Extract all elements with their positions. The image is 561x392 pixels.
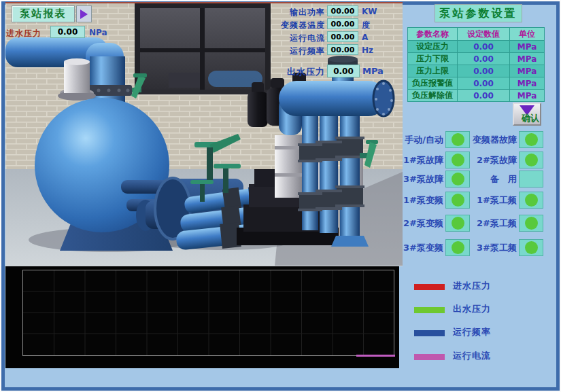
running-current-unit: A <box>362 33 368 42</box>
param-value-input[interactable]: 0.00 <box>458 53 510 65</box>
trend-chart-plot <box>22 270 394 356</box>
running-current-value: 00.00 <box>327 31 358 42</box>
status-lamp-pump1-mains <box>519 192 543 209</box>
status-label-auto-manual: 手动/自动 <box>373 134 443 146</box>
table-row: 负压解除值 0.00 MPa <box>408 90 545 102</box>
report-nav-button[interactable] <box>76 5 92 22</box>
inverter-temp-unit: 度 <box>362 20 370 31</box>
status-lamp-pump2-fault <box>519 152 543 168</box>
output-power-unit: KW <box>362 7 377 16</box>
trend-grid <box>23 270 394 355</box>
green-lamp-icon <box>525 194 538 207</box>
param-name: 设定压力 <box>408 41 458 53</box>
inverter-temp-label: 变频器温度 <box>250 20 325 31</box>
param-name: 压力下限 <box>408 53 458 65</box>
param-value-input[interactable]: 0.00 <box>458 65 510 77</box>
status-lamp-pump3-mains <box>519 239 543 256</box>
outlet-pressure-unit: MPa <box>362 66 384 76</box>
status-lamp-pump2-mains <box>519 215 543 232</box>
green-lamp-icon <box>525 154 538 166</box>
param-unit: MPa <box>510 53 545 65</box>
table-row: 压力下限 0.00 MPa <box>408 53 545 65</box>
confirm-button[interactable]: 确认 <box>513 103 541 126</box>
status-label-pump1-vfd: 1#泵变频 <box>373 194 443 207</box>
running-frequency-label: 运行频率 <box>250 46 325 57</box>
status-lamp-vfd-fault <box>519 131 543 148</box>
inlet-pressure-value: 0.00 <box>50 26 85 38</box>
green-lamp-icon <box>525 217 538 230</box>
table-row: 负压报警值 0.00 MPa <box>408 77 545 90</box>
legend-label-current: 运行电流 <box>453 350 491 362</box>
discharge-risers <box>298 108 369 247</box>
running-frequency-unit: Hz <box>362 46 373 55</box>
status-label-pump1-fault: 1#泵故障 <box>373 154 443 166</box>
settings-header-row: 参数名称 设定数值 单位 <box>408 28 545 41</box>
inlet-pressure-label: 进水压力 <box>6 28 41 39</box>
legend-label-outlet-pressure: 出水压力 <box>453 303 491 315</box>
confirm-button-label: 确认 <box>522 112 539 124</box>
status-label-pump1-mains: 1#泵工频 <box>446 194 517 207</box>
legend-label-inlet-pressure: 进水压力 <box>453 280 491 292</box>
inverter-temp-value: 00.00 <box>327 18 358 29</box>
header-set-value: 设定数值 <box>458 28 510 41</box>
status-label-pump3-mains: 3#泵工频 <box>446 242 517 254</box>
settings-panel-title: 泵站参数设置 <box>435 4 522 22</box>
legend-swatch-inlet-pressure <box>414 284 445 290</box>
legend-label-frequency: 运行频率 <box>453 326 491 338</box>
param-value-input[interactable]: 0.00 <box>458 90 510 102</box>
param-unit: MPa <box>510 65 545 77</box>
legend-swatch-current <box>414 354 445 360</box>
status-label-pump2-vfd: 2#泵变频 <box>373 217 443 230</box>
output-power-label: 输出功率 <box>250 7 325 18</box>
param-value-input[interactable]: 0.00 <box>458 77 510 90</box>
settings-table: 参数名称 设定数值 单位 设定压力 0.00 MPa 压力下限 0.00 MPa… <box>407 27 545 102</box>
outlet-pressure-label: 出水压力 <box>264 66 325 78</box>
output-power-value: 00.00 <box>327 5 358 16</box>
legend-swatch-frequency <box>414 330 445 336</box>
param-name: 负压报警值 <box>408 77 458 90</box>
play-icon <box>80 10 88 19</box>
status-label-pump3-vfd: 3#泵变频 <box>373 242 443 254</box>
legend-swatch-outlet-pressure <box>414 307 445 313</box>
trend-chart-panel <box>5 266 399 368</box>
pump-station-hmi-screen: 泵站报表 进水压力 0.00 NPa 输出功率 00.00 KW 变频器温度 0… <box>0 0 561 392</box>
param-unit: MPa <box>510 41 545 53</box>
header-param-name: 参数名称 <box>408 28 458 41</box>
status-label-pump2-fault: 2#泵故障 <box>446 154 517 166</box>
param-name: 负压解除值 <box>408 90 458 102</box>
green-lamp-icon <box>525 133 538 146</box>
status-label-spare: 备 用 <box>446 173 517 185</box>
table-row: 设定压力 0.00 MPa <box>408 41 545 53</box>
table-row: 压力上限 0.00 MPa <box>408 65 545 77</box>
running-frequency-value: 00.00 <box>327 44 358 55</box>
param-value-input[interactable]: 0.00 <box>458 41 510 53</box>
status-label-pump2-mains: 2#泵工频 <box>446 217 517 230</box>
param-name: 压力上限 <box>408 65 458 77</box>
param-unit: MPa <box>510 90 545 102</box>
report-button[interactable]: 泵站报表 <box>12 5 75 22</box>
param-unit: MPa <box>510 77 545 90</box>
status-label-pump3-fault: 3#泵故障 <box>373 173 443 185</box>
green-lamp-icon <box>525 241 538 254</box>
outlet-pressure-value: 0.00 <box>327 65 360 77</box>
header-unit: 单位 <box>510 28 545 41</box>
running-current-label: 运行电流 <box>250 33 325 44</box>
current-trace-zero-segment <box>356 355 395 357</box>
status-label-vfd-fault: 变频器故障 <box>446 134 517 146</box>
inlet-pressure-unit: NPa <box>89 28 107 37</box>
status-lamp-spare-empty <box>519 171 543 188</box>
